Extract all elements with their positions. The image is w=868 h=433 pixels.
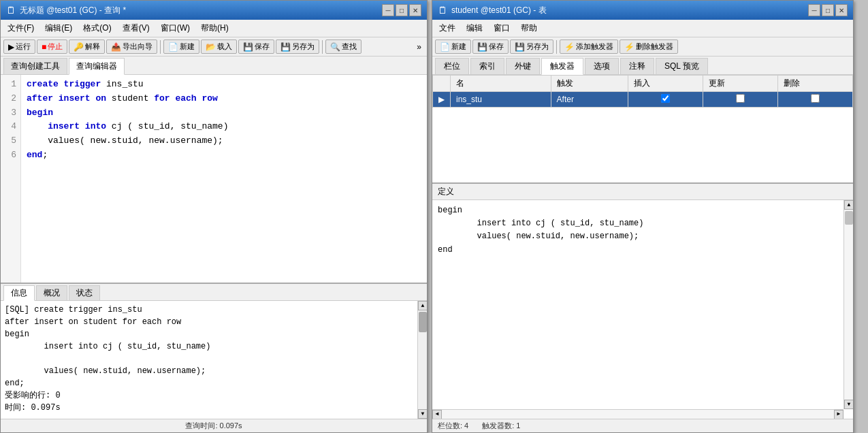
menu-file[interactable]: 文件(F) (3, 21, 38, 35)
table-row[interactable]: ▶ ins_stu After (433, 92, 853, 108)
tab-overview[interactable]: 概况 (36, 285, 67, 300)
def-scroll-right[interactable]: ▶ (834, 410, 843, 419)
add-trigger-button[interactable]: ⚡ 添加触发器 (560, 39, 618, 54)
trigger-name[interactable]: ins_stu (451, 92, 551, 108)
right-tab-comments[interactable]: 注释 (620, 58, 654, 74)
left-minimize-button[interactable]: ─ (382, 4, 394, 16)
stop-label: 停止 (48, 42, 63, 52)
col-name: 名 (451, 76, 551, 92)
toolbar-sep-1 (160, 40, 161, 54)
def-scroll-up[interactable]: ▲ (844, 200, 853, 210)
update-checkbox[interactable] (736, 94, 745, 103)
trigger-timing: After (551, 92, 628, 108)
left-window: 🗒 无标题 @test01 (GC) - 查询 * ─ □ ✕ 文件(F) 编辑… (0, 0, 428, 433)
saveas-button[interactable]: 💾 另存为 (276, 39, 319, 54)
export-label: 导出向导 (123, 42, 152, 52)
menu-edit[interactable]: 编辑(E) (41, 21, 76, 35)
save-button[interactable]: 💾 保存 (238, 39, 274, 54)
right-saveas-button[interactable]: 💾 另存为 (510, 39, 553, 54)
explain-label: 解释 (85, 42, 100, 52)
right-tab-options[interactable]: 选项 (585, 58, 619, 74)
scroll-down-btn[interactable]: ▼ (418, 409, 427, 419)
right-toolbar: 📄 新建 💾 保存 💾 另存为 ⚡ 添加触发器 ⚡ 删除触发器 (432, 37, 853, 57)
saveas-icon: 💾 (280, 42, 291, 52)
right-new-button[interactable]: 📄 新建 (435, 39, 471, 54)
tab-status[interactable]: 状态 (69, 285, 100, 300)
scroll-thumb[interactable] (419, 312, 427, 332)
def-hscrollbar[interactable]: ◀ ▶ (432, 409, 843, 419)
log-area[interactable]: [SQL] create trigger ins_stu after inser… (1, 301, 427, 419)
new-button[interactable]: 📄 新建 (163, 39, 199, 54)
find-icon: 🔍 (330, 42, 340, 52)
right-tab-triggers[interactable]: 触发器 (541, 58, 583, 75)
right-menu-edit[interactable]: 编辑 (462, 21, 487, 35)
export-icon: 📤 (111, 42, 121, 52)
tab-info[interactable]: 信息 (3, 285, 35, 301)
menu-format[interactable]: 格式(O) (79, 21, 115, 35)
right-tab-indexes[interactable]: 索引 (470, 58, 504, 74)
left-close-button[interactable]: ✕ (409, 4, 421, 16)
find-label: 查找 (342, 42, 357, 52)
right-tab-columns[interactable]: 栏位 (435, 58, 469, 74)
right-saveas-label: 另存为 (526, 42, 549, 52)
code-editor[interactable]: 1 2 3 4 5 6 create trigger ins_stu after… (1, 75, 427, 283)
right-tab-fk[interactable]: 外键 (506, 58, 540, 74)
log-scrollbar[interactable]: ▲ ▼ (417, 301, 427, 419)
def-code: begin insert into cj ( stu_id, stu_name)… (438, 204, 841, 257)
right-window: 🗒 student @test01 (GC) - 表 ─ □ ✕ 文件 编辑 窗… (432, 0, 854, 433)
menu-window[interactable]: 窗口(W) (157, 21, 194, 35)
def-scroll-left[interactable]: ◀ (432, 410, 442, 419)
right-tab-bar: 栏位 索引 外键 触发器 选项 注释 SQL 预览 (432, 57, 853, 75)
delete-checkbox[interactable] (811, 94, 820, 103)
right-window-controls: ─ □ ✕ (808, 4, 848, 16)
trigger-delete[interactable] (778, 92, 853, 108)
right-menu-file[interactable]: 文件 (435, 21, 460, 35)
left-status-bar: 查询时间: 0.097s (1, 419, 427, 432)
right-save-button[interactable]: 💾 保存 (472, 39, 509, 54)
insert-checkbox[interactable] (661, 94, 670, 103)
left-window-title: 无标题 @test01 (GC) - 查询 * (20, 5, 378, 16)
right-menu-window[interactable]: 窗口 (489, 21, 514, 35)
tab-query-builder[interactable]: 查询创建工具 (3, 58, 67, 74)
right-app-icon: 🗒 (438, 5, 447, 16)
saveas-label: 另存为 (292, 42, 315, 52)
del-trigger-button[interactable]: ⚡ 删除触发器 (620, 39, 678, 54)
explain-icon: 🔑 (74, 42, 84, 52)
trigger-insert[interactable] (628, 92, 703, 108)
run-button[interactable]: ▶ 运行 (3, 39, 35, 54)
left-tab-bar: 查询创建工具 查询编辑器 (1, 57, 427, 75)
export-button[interactable]: 📤 导出向导 (106, 39, 157, 54)
right-menu-bar: 文件 编辑 窗口 帮助 (432, 20, 853, 37)
bottom-panel: 信息 概况 状态 [SQL] create trigger ins_stu af… (1, 283, 427, 432)
right-saveas-icon: 💾 (515, 42, 525, 52)
def-scroll-down[interactable]: ▼ (844, 400, 853, 409)
new-icon: 📄 (168, 42, 178, 52)
menu-view[interactable]: 查看(V) (118, 21, 154, 35)
find-button[interactable]: 🔍 查找 (325, 39, 361, 54)
trigger-table-area: 名 触发 插入 更新 删除 ▶ ins_stu After (432, 75, 853, 184)
column-count: 栏位数: 4 (438, 421, 468, 431)
right-window-title: student @test01 (GC) - 表 (451, 5, 804, 16)
left-maximize-button[interactable]: □ (396, 4, 408, 16)
scroll-up-btn[interactable]: ▲ (418, 301, 427, 310)
trigger-update[interactable] (703, 92, 778, 108)
toolbar-more[interactable]: » (414, 41, 424, 53)
stop-button[interactable]: ■ 停止 (37, 39, 67, 54)
right-minimize-button[interactable]: ─ (808, 4, 820, 16)
right-status-bar: 栏位数: 4 触发器数: 1 (432, 419, 853, 432)
load-button[interactable]: 📂 载入 (201, 39, 237, 54)
right-close-button[interactable]: ✕ (835, 4, 848, 16)
right-new-icon: 📄 (440, 42, 450, 52)
right-maximize-button[interactable]: □ (822, 4, 834, 16)
def-area[interactable]: begin insert into cj ( stu_id, stu_name)… (432, 200, 853, 419)
menu-help[interactable]: 帮助(H) (197, 21, 233, 35)
code-content[interactable]: create trigger ins_stu after insert on s… (21, 75, 427, 283)
right-menu-help[interactable]: 帮助 (517, 21, 541, 35)
def-vscrollbar[interactable]: ▲ ▼ (843, 200, 853, 409)
explain-button[interactable]: 🔑 解释 (69, 39, 105, 54)
del-trigger-icon: ⚡ (624, 42, 634, 52)
tab-query-editor[interactable]: 查询编辑器 (69, 58, 125, 75)
col-trigger: 触发 (551, 76, 628, 92)
def-scroll-thumb-v[interactable] (845, 211, 853, 225)
right-tab-sql[interactable]: SQL 预览 (656, 58, 708, 74)
